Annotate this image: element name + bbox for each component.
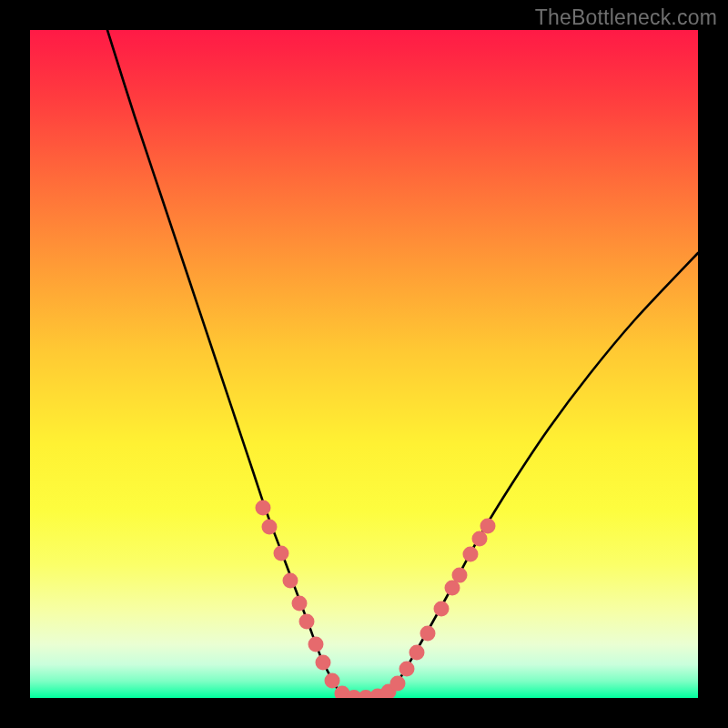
watermark-text: TheBottleneck.com [535, 5, 717, 30]
chart-frame: TheBottleneck.com [0, 0, 728, 728]
marker-dot [390, 676, 406, 692]
plot-area [30, 30, 698, 698]
marker-dot [308, 637, 324, 652]
marker-dot [452, 568, 468, 583]
marker-dot [292, 596, 308, 612]
marker-dot [420, 626, 436, 642]
bottleneck-curve [107, 30, 698, 698]
marker-dot [410, 645, 425, 661]
marker-dot [325, 673, 340, 689]
marker-dot [299, 614, 315, 630]
marker-dot [472, 531, 488, 547]
marker-dot [316, 655, 331, 671]
marker-dot [463, 547, 479, 562]
marker-dot [274, 546, 289, 561]
chart-svg [30, 30, 698, 698]
marker-dot [434, 602, 450, 617]
marker-dots [256, 500, 496, 699]
marker-dot [262, 520, 278, 535]
marker-dot [256, 500, 271, 516]
marker-dot [399, 662, 415, 677]
marker-dot [283, 573, 298, 589]
marker-dot [480, 519, 496, 534]
